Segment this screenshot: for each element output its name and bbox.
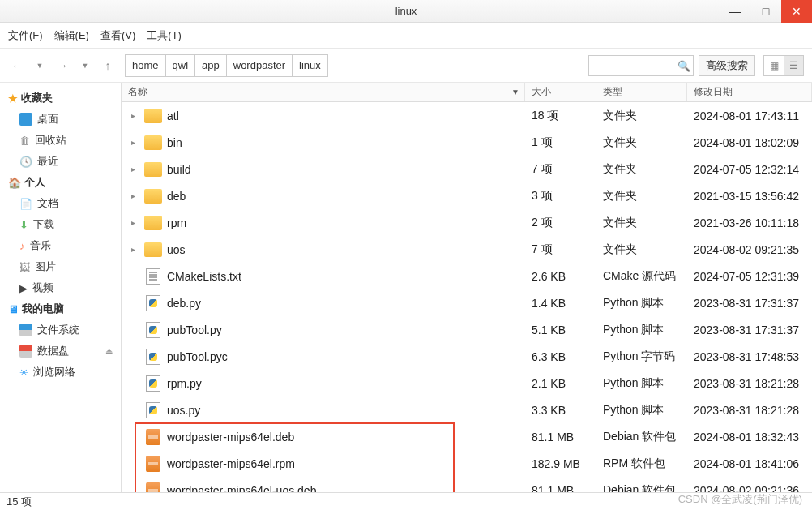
cell-date: 2024-08-01 18:32:43 — [687, 431, 812, 444]
history-dropdown[interactable]: ▼ — [31, 57, 49, 75]
cell-name: deb.py — [122, 294, 525, 312]
table-row[interactable]: wordpaster-mips64el-uos.deb81.1 MBDebian… — [122, 477, 812, 492]
expand-icon[interactable]: ▸ — [131, 165, 139, 174]
py-icon — [144, 294, 162, 312]
sidebar-item-filesystem[interactable]: 文件系统 — [0, 319, 121, 341]
menu-edit[interactable]: 编辑(E) — [54, 28, 89, 43]
table-row[interactable]: ▸bin1 项文件夹2024-08-01 18:02:09 — [122, 129, 812, 156]
cell-size: 2 项 — [525, 216, 596, 230]
sidebar: ★ 收藏夹 桌面 🗑回收站 🕓最近 🏠 个人 📄文档 ⬇下载 ♪音乐 🖼图片 ▶… — [0, 83, 122, 492]
sidebar-item-documents[interactable]: 📄文档 — [0, 193, 121, 214]
crumb-qwl[interactable]: qwl — [166, 55, 196, 76]
sidebar-item-network[interactable]: ✳浏览网络 — [0, 362, 121, 383]
search-icon[interactable]: 🔍 — [677, 59, 690, 71]
table-row[interactable]: pubTool.pyc6.3 KBPython 字节码2023-08-31 17… — [122, 343, 812, 370]
file-name: rpm — [167, 216, 186, 229]
sidebar-item-downloads[interactable]: ⬇下载 — [0, 214, 121, 235]
drive-icon — [19, 324, 32, 336]
file-name: pubTool.pyc — [167, 350, 228, 363]
column-name[interactable]: 名称▼ — [122, 83, 525, 101]
table-row[interactable]: deb.py1.4 KBPython 脚本2023-08-31 17:31:37 — [122, 289, 812, 316]
video-icon: ▶ — [19, 282, 28, 294]
cell-type: 文件夹 — [596, 162, 687, 177]
sidebar-item-recent[interactable]: 🕓最近 — [0, 151, 121, 172]
download-icon: ⬇ — [19, 219, 28, 231]
forward-button[interactable]: → — [53, 57, 71, 75]
cell-type: RPM 软件包 — [596, 456, 687, 471]
clock-icon: 🕓 — [19, 156, 32, 168]
pc-icon: 🖥 — [8, 303, 19, 315]
cell-name: ▸deb — [122, 187, 525, 205]
table-row[interactable]: ▸atl18 项文件夹2024-08-01 17:43:11 — [122, 102, 812, 129]
music-icon: ♪ — [19, 240, 25, 252]
status-text: 15 项 — [6, 495, 32, 509]
file-list: ▸atl18 项文件夹2024-08-01 17:43:11▸bin1 项文件夹… — [122, 102, 812, 492]
main: ★ 收藏夹 桌面 🗑回收站 🕓最近 🏠 个人 📄文档 ⬇下载 ♪音乐 🖼图片 ▶… — [0, 83, 812, 492]
titlebar: linux — □ ✕ — [0, 0, 812, 23]
file-name: deb.py — [167, 297, 201, 310]
forward-dropdown[interactable]: ▼ — [76, 57, 94, 75]
sidebar-item-desktop[interactable]: 桌面 — [0, 109, 121, 130]
sidebar-item-datadisk[interactable]: 数据盘⏏ — [0, 341, 121, 362]
toolbar: ← ▼ → ▼ ↑ home qwl app wordpaster linux … — [0, 49, 812, 83]
file-name: rpm.py — [167, 377, 202, 390]
advanced-search-button[interactable]: 高级搜索 — [699, 55, 755, 76]
up-button[interactable]: ↑ — [99, 57, 117, 75]
table-row[interactable]: ▸uos7 项文件夹2024-08-02 09:21:35 — [122, 236, 812, 263]
sidebar-favorites-header: ★ 收藏夹 — [0, 88, 121, 109]
sidebar-item-trash[interactable]: 🗑回收站 — [0, 130, 121, 151]
table-row[interactable]: wordpaster-mips64el.deb81.1 MBDebian 软件包… — [122, 423, 812, 450]
cell-size: 3 项 — [525, 189, 596, 204]
menu-tools[interactable]: 工具(T) — [147, 28, 182, 43]
back-button[interactable]: ← — [8, 57, 26, 75]
crumb-home[interactable]: home — [126, 55, 166, 76]
table-row[interactable]: CMakeLists.txt2.6 KBCMake 源代码2024-07-05 … — [122, 263, 812, 289]
cell-size: 182.9 MB — [525, 457, 596, 470]
crumb-linux[interactable]: linux — [293, 55, 327, 76]
cell-size: 18 项 — [525, 109, 596, 123]
file-name: atl — [167, 109, 179, 122]
file-name: pubTool.py — [167, 324, 222, 336]
table-row[interactable]: ▸deb3 项文件夹2021-03-15 13:56:42 — [122, 182, 812, 209]
sidebar-item-pictures[interactable]: 🖼图片 — [0, 256, 121, 277]
crumb-wordpaster[interactable]: wordpaster — [227, 55, 293, 76]
folder-icon — [144, 161, 162, 178]
py-icon — [144, 401, 162, 419]
maximize-button[interactable]: □ — [750, 0, 781, 23]
list-view-icon[interactable]: ☰ — [784, 56, 803, 75]
cell-size: 3.3 KB — [525, 404, 596, 417]
crumb-app[interactable]: app — [195, 55, 227, 76]
window-buttons: — □ ✕ — [720, 0, 812, 23]
table-row[interactable]: rpm.py2.1 KBPython 脚本2023-08-31 18:21:28 — [122, 370, 812, 396]
folder-icon — [144, 187, 162, 205]
table-row[interactable]: ▸rpm2 项文件夹2021-03-26 10:11:18 — [122, 209, 812, 236]
expand-icon[interactable]: ▸ — [131, 191, 139, 200]
file-name: build — [167, 163, 191, 176]
expand-icon[interactable]: ▸ — [131, 218, 139, 227]
folder-icon — [144, 241, 162, 259]
expand-icon[interactable]: ▸ — [131, 138, 139, 147]
sidebar-item-videos[interactable]: ▶视频 — [0, 277, 121, 298]
column-type[interactable]: 类型 — [596, 83, 687, 101]
expand-icon[interactable]: ▸ — [131, 111, 139, 120]
view-switch: ▦ ☰ — [763, 55, 804, 76]
close-button[interactable]: ✕ — [781, 0, 812, 23]
table-row[interactable]: ▸build7 项文件夹2024-07-05 12:32:14 — [122, 156, 812, 182]
column-modified[interactable]: 修改日期 — [687, 83, 812, 101]
menu-file[interactable]: 文件(F) — [8, 28, 43, 43]
expand-icon[interactable]: ▸ — [131, 245, 139, 254]
table-row[interactable]: pubTool.py5.1 KBPython 脚本2023-08-31 17:3… — [122, 316, 812, 343]
cell-date: 2023-08-31 17:48:53 — [687, 350, 812, 363]
column-size[interactable]: 大小 — [525, 83, 596, 101]
table-row[interactable]: wordpaster-mips64el.rpm182.9 MBRPM 软件包20… — [122, 450, 812, 477]
sidebar-item-music[interactable]: ♪音乐 — [0, 235, 121, 256]
table-row[interactable]: uos.py3.3 KBPython 脚本2023-08-31 18:21:28 — [122, 396, 812, 423]
minimize-button[interactable]: — — [720, 0, 750, 23]
menu-view[interactable]: 查看(V) — [100, 28, 135, 43]
cell-date: 2023-08-31 18:21:28 — [687, 404, 812, 417]
cell-type: Debian 软件包 — [596, 483, 687, 493]
eject-icon[interactable]: ⏏ — [105, 347, 113, 356]
grid-view-icon[interactable]: ▦ — [764, 56, 784, 75]
cell-date: 2024-08-02 09:21:36 — [687, 484, 812, 493]
cell-name: wordpaster-mips64el.deb — [122, 428, 525, 446]
